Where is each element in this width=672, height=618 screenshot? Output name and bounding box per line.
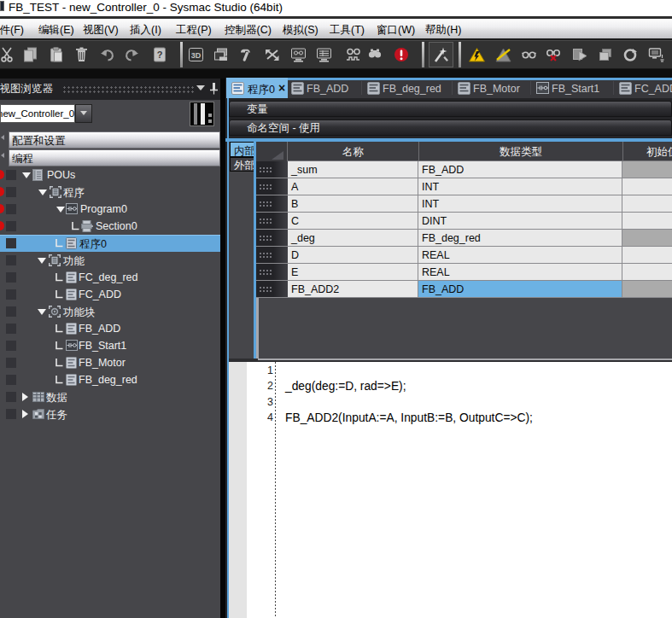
svg-text:3D: 3D [191,51,202,60]
svg-text:?: ? [157,50,163,60]
